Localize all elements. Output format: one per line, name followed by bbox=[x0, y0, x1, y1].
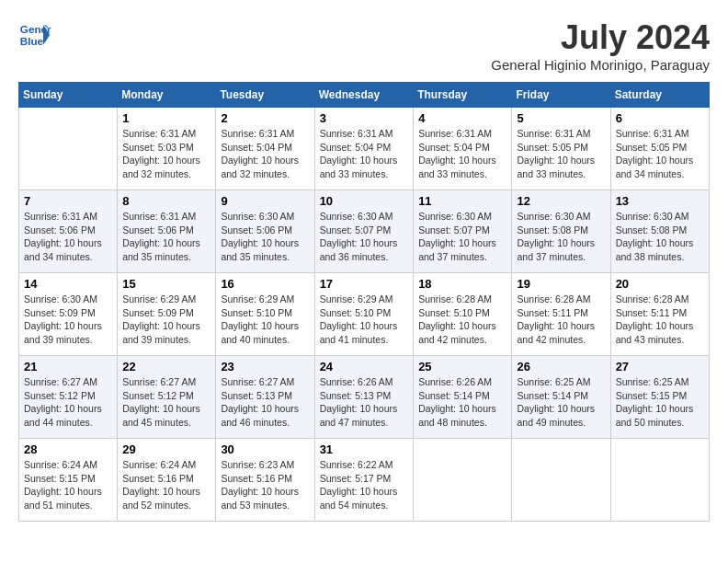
day-number: 27 bbox=[616, 360, 704, 373]
day-cell: 18Sunrise: 6:28 AMSunset: 5:10 PMDayligh… bbox=[414, 273, 512, 356]
day-info: Sunrise: 6:31 AMSunset: 5:06 PMDaylight:… bbox=[122, 210, 210, 264]
day-number: 2 bbox=[221, 111, 309, 125]
day-number: 17 bbox=[320, 277, 409, 291]
day-info: Sunrise: 6:24 AMSunset: 5:16 PMDaylight:… bbox=[122, 458, 210, 512]
day-number: 18 bbox=[418, 277, 506, 291]
day-info: Sunrise: 6:26 AMSunset: 5:13 PMDaylight:… bbox=[320, 375, 409, 430]
logo: General Blue bbox=[18, 18, 51, 52]
day-cell: 14Sunrise: 6:30 AMSunset: 5:09 PMDayligh… bbox=[19, 273, 118, 356]
day-cell: 23Sunrise: 6:27 AMSunset: 5:13 PMDayligh… bbox=[216, 356, 314, 439]
calendar-table: SundayMondayTuesdayWednesdayThursdayFrid… bbox=[18, 82, 710, 522]
day-info: Sunrise: 6:22 AMSunset: 5:17 PMDaylight:… bbox=[320, 458, 409, 512]
location-title: General Higinio Morinigo, Paraguay bbox=[491, 57, 710, 73]
day-info: Sunrise: 6:29 AMSunset: 5:10 PMDaylight:… bbox=[320, 293, 409, 347]
day-number: 6 bbox=[616, 111, 704, 125]
day-cell bbox=[414, 439, 512, 522]
day-cell: 7Sunrise: 6:31 AMSunset: 5:06 PMDaylight… bbox=[19, 190, 118, 273]
day-cell: 26Sunrise: 6:25 AMSunset: 5:14 PMDayligh… bbox=[512, 356, 610, 439]
day-info: Sunrise: 6:31 AMSunset: 5:05 PMDaylight:… bbox=[517, 127, 605, 181]
day-cell: 9Sunrise: 6:30 AMSunset: 5:06 PMDaylight… bbox=[216, 190, 314, 273]
day-number: 12 bbox=[517, 194, 605, 208]
weekday-header-thursday: Thursday bbox=[414, 83, 512, 108]
day-info: Sunrise: 6:30 AMSunset: 5:08 PMDaylight:… bbox=[517, 210, 605, 264]
weekday-header-saturday: Saturday bbox=[610, 83, 709, 108]
day-cell: 24Sunrise: 6:26 AMSunset: 5:13 PMDayligh… bbox=[314, 356, 414, 439]
day-number: 3 bbox=[320, 111, 409, 125]
day-info: Sunrise: 6:30 AMSunset: 5:06 PMDaylight:… bbox=[221, 210, 309, 264]
week-row-1: 1Sunrise: 6:31 AMSunset: 5:03 PMDaylight… bbox=[19, 108, 710, 190]
day-number: 21 bbox=[24, 360, 112, 373]
day-info: Sunrise: 6:30 AMSunset: 5:07 PMDaylight:… bbox=[418, 210, 506, 264]
day-number: 4 bbox=[418, 111, 506, 125]
day-number: 14 bbox=[24, 277, 112, 291]
day-info: Sunrise: 6:29 AMSunset: 5:10 PMDaylight:… bbox=[221, 293, 309, 347]
day-info: Sunrise: 6:31 AMSunset: 5:04 PMDaylight:… bbox=[320, 127, 409, 181]
day-cell: 1Sunrise: 6:31 AMSunset: 5:03 PMDaylight… bbox=[118, 108, 216, 190]
week-row-2: 7Sunrise: 6:31 AMSunset: 5:06 PMDaylight… bbox=[19, 190, 710, 273]
day-number: 24 bbox=[320, 360, 409, 373]
weekday-header-friday: Friday bbox=[512, 83, 610, 108]
day-cell: 25Sunrise: 6:26 AMSunset: 5:14 PMDayligh… bbox=[414, 356, 512, 439]
day-number: 8 bbox=[122, 194, 210, 208]
week-row-3: 14Sunrise: 6:30 AMSunset: 5:09 PMDayligh… bbox=[19, 273, 710, 356]
day-info: Sunrise: 6:31 AMSunset: 5:05 PMDaylight:… bbox=[616, 127, 704, 181]
day-info: Sunrise: 6:23 AMSunset: 5:16 PMDaylight:… bbox=[221, 458, 309, 512]
day-number: 5 bbox=[517, 111, 605, 125]
day-info: Sunrise: 6:31 AMSunset: 5:04 PMDaylight:… bbox=[418, 127, 506, 181]
day-info: Sunrise: 6:24 AMSunset: 5:15 PMDaylight:… bbox=[24, 458, 112, 512]
day-number: 11 bbox=[418, 194, 506, 208]
day-cell bbox=[19, 108, 118, 190]
day-number: 23 bbox=[221, 360, 309, 373]
day-info: Sunrise: 6:29 AMSunset: 5:09 PMDaylight:… bbox=[122, 293, 210, 347]
month-title: July 2024 bbox=[491, 18, 710, 57]
day-cell bbox=[610, 439, 709, 522]
title-area: July 2024 General Higinio Morinigo, Para… bbox=[491, 18, 710, 73]
day-number: 19 bbox=[517, 277, 605, 291]
weekday-header-tuesday: Tuesday bbox=[216, 83, 314, 108]
day-info: Sunrise: 6:28 AMSunset: 5:11 PMDaylight:… bbox=[517, 293, 605, 347]
day-cell: 10Sunrise: 6:30 AMSunset: 5:07 PMDayligh… bbox=[314, 190, 414, 273]
day-info: Sunrise: 6:31 AMSunset: 5:06 PMDaylight:… bbox=[24, 210, 112, 264]
day-info: Sunrise: 6:30 AMSunset: 5:07 PMDaylight:… bbox=[320, 210, 409, 264]
day-number: 10 bbox=[320, 194, 409, 208]
day-info: Sunrise: 6:25 AMSunset: 5:15 PMDaylight:… bbox=[616, 375, 704, 430]
week-row-5: 28Sunrise: 6:24 AMSunset: 5:15 PMDayligh… bbox=[19, 439, 710, 522]
day-number: 30 bbox=[221, 442, 309, 456]
day-cell: 5Sunrise: 6:31 AMSunset: 5:05 PMDaylight… bbox=[512, 108, 610, 190]
day-cell: 2Sunrise: 6:31 AMSunset: 5:04 PMDaylight… bbox=[216, 108, 314, 190]
day-number: 15 bbox=[122, 277, 210, 291]
day-number: 16 bbox=[221, 277, 309, 291]
day-cell: 15Sunrise: 6:29 AMSunset: 5:09 PMDayligh… bbox=[118, 273, 216, 356]
day-info: Sunrise: 6:31 AMSunset: 5:04 PMDaylight:… bbox=[221, 127, 309, 181]
day-number: 22 bbox=[122, 360, 210, 373]
day-cell: 17Sunrise: 6:29 AMSunset: 5:10 PMDayligh… bbox=[314, 273, 414, 356]
day-info: Sunrise: 6:26 AMSunset: 5:14 PMDaylight:… bbox=[418, 375, 506, 430]
day-number: 28 bbox=[24, 442, 112, 456]
day-cell: 12Sunrise: 6:30 AMSunset: 5:08 PMDayligh… bbox=[512, 190, 610, 273]
day-cell: 21Sunrise: 6:27 AMSunset: 5:12 PMDayligh… bbox=[19, 356, 118, 439]
day-cell: 19Sunrise: 6:28 AMSunset: 5:11 PMDayligh… bbox=[512, 273, 610, 356]
day-cell: 22Sunrise: 6:27 AMSunset: 5:12 PMDayligh… bbox=[118, 356, 216, 439]
day-cell: 20Sunrise: 6:28 AMSunset: 5:11 PMDayligh… bbox=[610, 273, 709, 356]
day-number: 25 bbox=[418, 360, 506, 373]
day-cell: 16Sunrise: 6:29 AMSunset: 5:10 PMDayligh… bbox=[216, 273, 314, 356]
day-cell: 13Sunrise: 6:30 AMSunset: 5:08 PMDayligh… bbox=[610, 190, 709, 273]
day-cell: 11Sunrise: 6:30 AMSunset: 5:07 PMDayligh… bbox=[414, 190, 512, 273]
day-cell: 31Sunrise: 6:22 AMSunset: 5:17 PMDayligh… bbox=[314, 439, 414, 522]
day-number: 7 bbox=[24, 194, 112, 208]
day-cell bbox=[512, 439, 610, 522]
day-info: Sunrise: 6:28 AMSunset: 5:11 PMDaylight:… bbox=[616, 293, 704, 347]
weekday-header-sunday: Sunday bbox=[19, 83, 118, 108]
week-row-4: 21Sunrise: 6:27 AMSunset: 5:12 PMDayligh… bbox=[19, 356, 710, 439]
day-info: Sunrise: 6:27 AMSunset: 5:12 PMDaylight:… bbox=[24, 375, 112, 430]
day-info: Sunrise: 6:31 AMSunset: 5:03 PMDaylight:… bbox=[122, 127, 210, 181]
logo-icon: General Blue bbox=[18, 18, 51, 52]
day-number: 1 bbox=[122, 111, 210, 125]
day-cell: 28Sunrise: 6:24 AMSunset: 5:15 PMDayligh… bbox=[19, 439, 118, 522]
weekday-header-row: SundayMondayTuesdayWednesdayThursdayFrid… bbox=[19, 83, 710, 108]
day-info: Sunrise: 6:30 AMSunset: 5:08 PMDaylight:… bbox=[616, 210, 704, 264]
day-number: 13 bbox=[616, 194, 704, 208]
day-info: Sunrise: 6:25 AMSunset: 5:14 PMDaylight:… bbox=[517, 375, 605, 430]
day-number: 26 bbox=[517, 360, 605, 373]
svg-text:Blue: Blue bbox=[20, 35, 44, 47]
